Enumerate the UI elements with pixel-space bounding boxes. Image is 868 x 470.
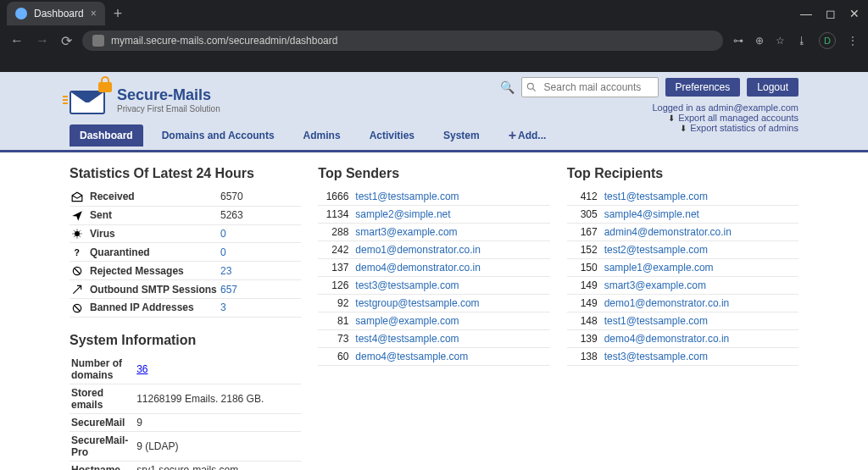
window-minimize-icon[interactable]: —: [800, 7, 812, 20]
address-link[interactable]: smart3@example.com: [604, 279, 706, 291]
count-cell: 126: [318, 277, 353, 295]
stat-value-link[interactable]: 0: [220, 246, 226, 258]
address-link[interactable]: test2@testsample.com: [604, 244, 708, 256]
paper-plane-icon: [71, 210, 83, 222]
export-admins-link[interactable]: ⬇Export statistics of admins: [652, 123, 798, 133]
tab-activities[interactable]: Activities: [359, 124, 425, 147]
list-row: 149demo1@demonstrator.co.in: [567, 295, 798, 312]
stat-row-rejected: Rejected Messages 23: [70, 262, 301, 280]
list-row: 150sample1@example.com: [567, 259, 798, 277]
address-link[interactable]: test3@testsample.com: [604, 351, 708, 362]
address-link[interactable]: demo4@demonstrator.co.in: [355, 262, 481, 274]
count-cell: 1134: [318, 206, 353, 224]
stat-row-banned: Banned IP Addresses 3: [70, 298, 301, 317]
sysinfo-value: 9 (LDAP): [135, 431, 301, 461]
address-link[interactable]: test1@testsample.com: [355, 191, 459, 202]
address-link[interactable]: test4@testsample.com: [355, 333, 459, 345]
address-link[interactable]: sample@example.com: [355, 315, 459, 327]
zoom-out-icon[interactable]: 🔍: [500, 80, 515, 94]
svg-line-1: [532, 89, 535, 91]
arrow-up-right-icon: [71, 284, 83, 296]
list-row: 305sample4@simple.net: [567, 206, 798, 224]
tab-admins[interactable]: Admins: [293, 124, 351, 147]
download-icon[interactable]: ⭳: [797, 35, 807, 47]
site-info-icon[interactable]: [92, 35, 104, 47]
address-link[interactable]: test1@testsample.com: [604, 191, 708, 202]
sysinfo-value-link[interactable]: 36: [136, 363, 147, 375]
list-row: 167admin4@demonstrator.co.in: [567, 224, 798, 241]
count-cell: 148: [567, 312, 603, 330]
browser-menu-icon[interactable]: ⋮: [848, 35, 858, 47]
tab-domains[interactable]: Domains and Accounts: [152, 124, 285, 147]
search-input-wrap[interactable]: [521, 77, 659, 97]
list-row: 1666test1@testsample.com: [318, 188, 549, 206]
address-link[interactable]: smart3@example.com: [355, 226, 457, 238]
tab-dashboard[interactable]: Dashboard: [70, 124, 143, 147]
address-link[interactable]: sample2@simple.net: [355, 208, 450, 220]
export-accounts-label: Export all managed accounts: [678, 113, 798, 123]
export-admins-label: Export statistics of admins: [690, 123, 798, 133]
address-link[interactable]: testgroup@testsample.com: [355, 297, 479, 309]
add-button[interactable]: +Add...: [498, 123, 557, 148]
address-link[interactable]: demo4@testsample.com: [355, 351, 468, 362]
count-cell: 305: [567, 206, 603, 224]
sysinfo-label: Hostname: [70, 461, 135, 470]
browser-reload-icon[interactable]: ⟳: [61, 33, 72, 49]
address-bar[interactable]: mymail.secure-mails.com/secureadmin/dash…: [82, 30, 723, 51]
browser-tab[interactable]: Dashboard ×: [7, 2, 105, 25]
browser-forward-icon[interactable]: →: [36, 33, 49, 49]
window-close-icon[interactable]: ✕: [849, 7, 860, 20]
tab-system[interactable]: System: [433, 124, 490, 147]
top-senders-heading: Top Senders: [318, 166, 549, 181]
count-cell: 138: [567, 348, 603, 366]
count-cell: 81: [318, 312, 353, 330]
count-cell: 412: [567, 188, 603, 206]
new-tab-button[interactable]: +: [114, 5, 123, 23]
address-link[interactable]: sample4@simple.net: [604, 208, 699, 220]
preferences-button[interactable]: Preferences: [665, 78, 741, 97]
count-cell: 92: [318, 295, 353, 312]
address-link[interactable]: demo1@demonstrator.co.in: [604, 297, 730, 309]
stat-label: Banned IP Addresses: [88, 298, 219, 317]
stat-value-link[interactable]: 657: [220, 284, 237, 296]
list-row: 126test3@testsample.com: [318, 277, 549, 295]
profile-button[interactable]: D: [819, 32, 836, 49]
address-link[interactable]: test3@testsample.com: [355, 279, 459, 291]
address-link[interactable]: demo1@demonstrator.co.in: [355, 244, 481, 256]
ban-icon: [71, 265, 83, 277]
stat-value-link[interactable]: 3: [220, 301, 226, 313]
svg-text:?: ?: [75, 247, 80, 257]
user-links: Logged in as admin@example.com ⬇Export a…: [652, 102, 798, 133]
list-row: 92testgroup@testsample.com: [318, 295, 549, 312]
tab-title: Dashboard: [34, 8, 84, 19]
address-link[interactable]: sample1@example.com: [604, 262, 714, 274]
count-cell: 149: [567, 277, 603, 295]
close-tab-icon[interactable]: ×: [91, 8, 97, 19]
ban-icon: [71, 302, 83, 314]
stat-row-received: Received 6570: [70, 188, 301, 206]
window-maximize-icon[interactable]: ◻: [826, 7, 836, 20]
sysinfo-table: Number of domains36 Stored emails1126819…: [70, 355, 301, 470]
logout-button[interactable]: Logout: [747, 78, 798, 97]
sysinfo-label: SecureMail: [70, 413, 135, 431]
stat-value-link[interactable]: 0: [220, 228, 226, 240]
count-cell: 152: [567, 241, 603, 259]
browser-back-icon[interactable]: ←: [10, 33, 24, 49]
address-link[interactable]: admin4@demonstrator.co.in: [604, 226, 732, 238]
list-row: 139demo4@demonstrator.co.in: [567, 330, 798, 348]
count-cell: 288: [318, 224, 353, 241]
bookmark-icon[interactable]: ☆: [776, 35, 785, 47]
zoom-icon[interactable]: ⊕: [755, 35, 764, 47]
stat-label: Received: [88, 188, 219, 206]
address-link[interactable]: test1@testsample.com: [604, 315, 708, 327]
list-row: 152test2@testsample.com: [567, 241, 798, 259]
list-row: 60demo4@testsample.com: [318, 348, 549, 366]
password-icon[interactable]: ⊶: [733, 35, 743, 47]
url-text: mymail.secure-mails.com/secureadmin/dash…: [111, 35, 337, 47]
logo-mark: [70, 86, 110, 114]
export-accounts-link[interactable]: ⬇Export all managed accounts: [652, 113, 798, 123]
address-link[interactable]: demo4@demonstrator.co.in: [604, 333, 730, 345]
stat-value-link[interactable]: 23: [220, 265, 231, 277]
search-input[interactable]: [541, 81, 658, 93]
stats-heading: Statistics Of Latest 24 Hours: [70, 166, 301, 181]
